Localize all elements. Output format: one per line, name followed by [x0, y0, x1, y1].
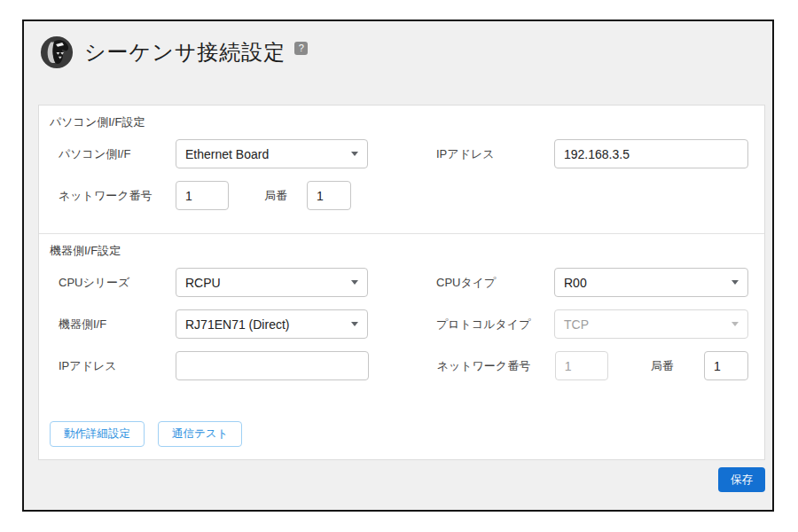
device-network-input	[555, 351, 608, 380]
protocol-label: プロトコルタイプ	[436, 317, 554, 332]
cpu-series-select[interactable]: RCPU	[176, 268, 368, 297]
pc-if-select-value: Ethernet Board	[185, 147, 269, 161]
cpu-series-row: CPUシリーズ RCPU CPUタイプ R00	[48, 268, 748, 297]
cpu-series-select-value: RCPU	[185, 276, 221, 290]
falcon-logo-icon	[40, 35, 74, 69]
chevron-down-icon	[732, 322, 739, 326]
device-ip-row: IPアドレス ネットワーク番号 局番	[48, 351, 748, 380]
pc-section-title: パソコン側I/F設定	[50, 114, 748, 130]
chevron-down-icon	[351, 152, 358, 156]
pc-station-input[interactable]	[307, 181, 351, 210]
detail-settings-button[interactable]: 動作詳細設定	[50, 421, 145, 447]
pc-network-label: ネットワーク番号	[59, 188, 176, 204]
device-section-title: 機器側I/F設定	[50, 243, 748, 259]
settings-card: パソコン側I/F設定 パソコン側I/F Ethernet Board IPアドレ…	[38, 105, 765, 460]
device-station-input[interactable]	[704, 351, 748, 380]
device-if-row: 機器側I/F RJ71EN71 (Direct) プロトコルタイプ TCP	[48, 309, 748, 339]
pc-network-input[interactable]	[176, 181, 229, 210]
cpu-type-label: CPUタイプ	[436, 275, 554, 291]
cpu-type-select[interactable]: R00	[554, 268, 748, 297]
cpu-series-label: CPUシリーズ	[59, 275, 176, 291]
header: シーケンサ接続設定 ?	[24, 21, 772, 76]
device-ip-input[interactable]	[176, 351, 369, 380]
device-station-label: 局番	[651, 358, 674, 374]
chevron-down-icon	[351, 280, 358, 285]
page-title: シーケンサ接続設定	[84, 38, 286, 66]
device-if-select-value: RJ71EN71 (Direct)	[185, 317, 289, 332]
protocol-select: TCP	[554, 309, 748, 339]
pc-station-label: 局番	[264, 188, 287, 204]
protocol-select-value: TCP	[564, 317, 589, 332]
pc-ip-label: IPアドレス	[436, 146, 554, 162]
chevron-down-icon	[732, 280, 739, 285]
device-network-label: ネットワーク番号	[437, 358, 555, 374]
device-if-select[interactable]: RJ71EN71 (Direct)	[176, 309, 368, 339]
device-ip-label: IPアドレス	[59, 358, 176, 374]
sequencer-connection-dialog: シーケンサ接続設定 ? パソコン側I/F設定 パソコン側I/F Ethernet…	[22, 20, 774, 512]
pc-ip-input[interactable]	[554, 139, 748, 168]
pc-network-row: ネットワーク番号 局番	[48, 181, 748, 210]
actions-row: 動作詳細設定 通信テスト	[50, 421, 748, 447]
footer: 保存	[24, 460, 772, 492]
communication-test-button[interactable]: 通信テスト	[158, 421, 242, 447]
page: シーケンサ接続設定 ? パソコン側I/F設定 パソコン側I/F Ethernet…	[0, 0, 798, 532]
device-network-group: ネットワーク番号 局番	[437, 351, 748, 380]
save-button[interactable]: 保存	[718, 467, 765, 492]
pc-if-row: パソコン側I/F Ethernet Board IPアドレス	[48, 139, 748, 168]
cpu-type-group: CPUタイプ R00	[436, 268, 748, 297]
pc-if-label: パソコン側I/F	[59, 146, 176, 162]
chevron-down-icon	[351, 322, 358, 326]
help-icon[interactable]: ?	[294, 42, 308, 55]
protocol-group: プロトコルタイプ TCP	[436, 309, 748, 339]
section-divider	[39, 233, 764, 234]
device-if-label: 機器側I/F	[59, 317, 176, 332]
pc-ip-group: IPアドレス	[436, 139, 748, 168]
pc-if-select[interactable]: Ethernet Board	[176, 139, 368, 168]
cpu-type-select-value: R00	[564, 276, 587, 290]
